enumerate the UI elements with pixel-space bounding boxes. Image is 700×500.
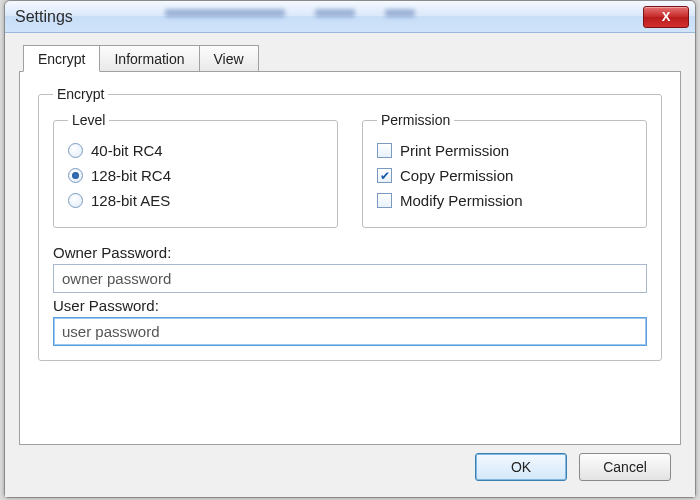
radio-128bit-aes[interactable]: 128-bit AES bbox=[68, 188, 323, 213]
check-modify-permission[interactable]: Modify Permission bbox=[377, 188, 632, 213]
cancel-button[interactable]: Cancel bbox=[579, 453, 671, 481]
group-encrypt: Encrypt Level 40-bit RC4 128-bit RC4 bbox=[38, 86, 662, 361]
tabstrip: Encrypt Information View bbox=[19, 45, 681, 72]
window-title: Settings bbox=[15, 8, 73, 26]
tab-label: Encrypt bbox=[38, 51, 85, 67]
close-button[interactable]: X bbox=[643, 6, 689, 28]
ok-button[interactable]: OK bbox=[475, 453, 567, 481]
radio-40bit-rc4[interactable]: 40-bit RC4 bbox=[68, 138, 323, 163]
radio-icon bbox=[68, 168, 83, 183]
group-permission-label: Permission bbox=[377, 112, 454, 128]
dialog-footer: OK Cancel bbox=[19, 445, 681, 487]
check-print-permission[interactable]: Print Permission bbox=[377, 138, 632, 163]
radio-128bit-rc4[interactable]: 128-bit RC4 bbox=[68, 163, 323, 188]
titlebar-background-blur bbox=[165, 5, 535, 29]
titlebar: Settings X bbox=[5, 1, 695, 33]
client-area: Encrypt Information View Encrypt Level 4… bbox=[5, 33, 695, 497]
checkbox-icon: ✔ bbox=[377, 168, 392, 183]
group-permission: Permission Print Permission ✔ Copy Permi… bbox=[362, 112, 647, 228]
close-icon: X bbox=[662, 9, 671, 24]
group-level: Level 40-bit RC4 128-bit RC4 128-bit AES bbox=[53, 112, 338, 228]
radio-icon bbox=[68, 193, 83, 208]
checkbox-label: Print Permission bbox=[400, 142, 509, 159]
checkbox-label: Copy Permission bbox=[400, 167, 513, 184]
button-label: Cancel bbox=[603, 459, 647, 475]
owner-password-input[interactable] bbox=[53, 264, 647, 293]
settings-dialog: Settings X Encrypt Information View Encr… bbox=[4, 0, 696, 498]
tab-label: View bbox=[214, 51, 244, 67]
radio-icon bbox=[68, 143, 83, 158]
tab-encrypt[interactable]: Encrypt bbox=[23, 45, 100, 72]
button-label: OK bbox=[511, 459, 531, 475]
user-password-label: User Password: bbox=[53, 297, 647, 314]
tab-label: Information bbox=[114, 51, 184, 67]
owner-password-label: Owner Password: bbox=[53, 244, 647, 261]
checkbox-icon bbox=[377, 143, 392, 158]
tab-view[interactable]: View bbox=[199, 45, 259, 72]
check-copy-permission[interactable]: ✔ Copy Permission bbox=[377, 163, 632, 188]
checkbox-label: Modify Permission bbox=[400, 192, 523, 209]
checkbox-icon bbox=[377, 193, 392, 208]
user-password-input[interactable] bbox=[53, 317, 647, 346]
group-encrypt-label: Encrypt bbox=[53, 86, 108, 102]
radio-label: 128-bit RC4 bbox=[91, 167, 171, 184]
radio-label: 40-bit RC4 bbox=[91, 142, 163, 159]
group-level-label: Level bbox=[68, 112, 109, 128]
radio-label: 128-bit AES bbox=[91, 192, 170, 209]
tab-information[interactable]: Information bbox=[99, 45, 199, 72]
tab-panel-encrypt: Encrypt Level 40-bit RC4 128-bit RC4 bbox=[19, 71, 681, 445]
